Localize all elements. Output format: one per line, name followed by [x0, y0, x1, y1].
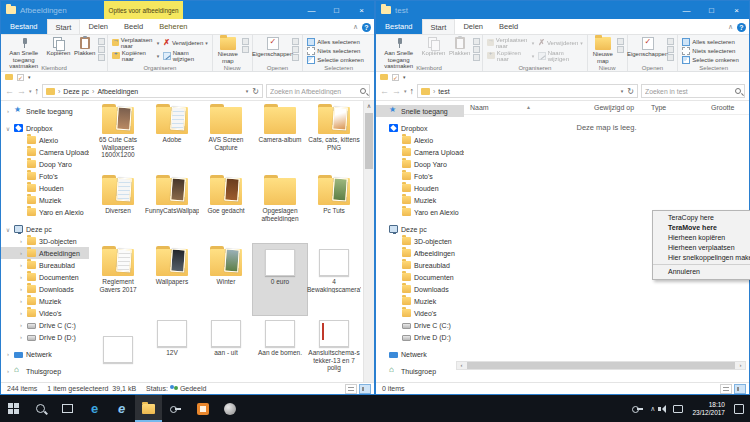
context-menu-item[interactable]: TeraMove here	[653, 223, 750, 233]
context-menu-item[interactable]: Hierheen kopiëren	[653, 233, 750, 243]
key-app-taskbar-icon[interactable]	[162, 395, 189, 422]
expand-arrow-icon[interactable]: ∨	[5, 125, 11, 132]
expand-arrow-icon[interactable]: ∨	[5, 226, 11, 233]
show-hidden-icons-chevron[interactable]: ∧	[650, 405, 655, 413]
taskbar-search-button[interactable]	[27, 395, 54, 422]
file-item[interactable]: Pc Tuts	[307, 173, 361, 244]
file-item[interactable]: FunnyCatsWallpapers	[145, 173, 199, 244]
file-item[interactable]: Diversen	[91, 173, 145, 244]
new-item-icon[interactable]	[617, 46, 624, 53]
history-icon[interactable]	[292, 54, 299, 61]
sidebar-item[interactable]: Camera Uploads	[376, 146, 464, 158]
file-item[interactable]: Aansluitschema-s tekker-13 en 7 polig	[307, 315, 361, 386]
sidebar-item[interactable]: Snelle toegang	[376, 105, 464, 117]
close-button[interactable]: ×	[349, 1, 374, 19]
qat-folder-icon[interactable]	[380, 74, 388, 80]
back-button[interactable]: ←	[5, 87, 14, 96]
list-view-button[interactable]	[720, 384, 732, 394]
tab-file[interactable]: Bestand	[1, 19, 47, 34]
scroll-right-icon[interactable]: ›	[736, 361, 745, 370]
expand-arrow-icon[interactable]: ›	[18, 286, 24, 292]
select-all-button[interactable]: Alles selecteren	[305, 37, 361, 46]
address-dropdown-icon[interactable]: ▾	[621, 88, 624, 94]
expand-arrow-icon[interactable]: ›	[18, 298, 24, 304]
search-input[interactable]: Zoeken in test	[641, 84, 745, 98]
new-folder-button[interactable]: Nieuwe map	[215, 36, 241, 65]
file-item[interactable]: Aan de bomen.	[253, 315, 307, 386]
network-icon[interactable]	[673, 405, 683, 413]
sidebar-item[interactable]: Houden	[376, 182, 464, 194]
qat-properties-icon[interactable]	[392, 74, 399, 81]
cut-icon[interactable]	[98, 38, 105, 45]
sidebar-item[interactable]: Foto's	[1, 170, 89, 182]
expand-arrow-icon[interactable]: ›	[18, 262, 24, 268]
history-icon[interactable]	[667, 54, 674, 61]
sidebar-item[interactable]: Houden	[1, 182, 89, 194]
expand-arrow-icon[interactable]: ›	[5, 108, 11, 114]
sidebar-item[interactable]: › Drive D (D:)	[1, 331, 89, 343]
file-item[interactable]: 0 euro	[253, 244, 307, 315]
scrollbar-thumb[interactable]	[365, 113, 373, 169]
context-menu-item[interactable]: TeraCopy here	[653, 213, 750, 223]
sidebar-item[interactable]: Yaro en Alexio	[1, 206, 89, 218]
list-view-button[interactable]	[345, 384, 357, 394]
column-header-size[interactable]: Grootte	[711, 104, 734, 111]
sidebar-item[interactable]: Afbeeldingen	[376, 247, 464, 259]
sidebar-item[interactable]: ∨ Deze pc	[1, 223, 89, 235]
copy-path-icon[interactable]	[98, 46, 105, 53]
file-explorer-taskbar-icon[interactable]	[135, 395, 162, 422]
sidebar-item[interactable]: Deze pc	[376, 223, 464, 235]
column-header-date[interactable]: Gewijzigd op	[594, 104, 634, 111]
sidebar-item[interactable]: › Bureaublad	[1, 259, 89, 271]
expand-arrow-icon[interactable]: ›	[18, 274, 24, 280]
up-button[interactable]: ↑	[410, 87, 415, 96]
title-bar[interactable]: Afbeeldingen Opties voor afbeeldingen — …	[1, 1, 374, 19]
address-dropdown-icon[interactable]: ▾	[246, 88, 249, 94]
forward-button[interactable]: →	[17, 87, 26, 96]
minimize-button[interactable]: —	[674, 1, 699, 19]
context-menu-item[interactable]: Hierheen verplaatsen	[653, 243, 750, 253]
sidebar-item[interactable]: › Snelle toegang	[1, 105, 89, 117]
help-icon[interactable]: ?	[737, 23, 746, 32]
sidebar-item[interactable]: Doop Yaro	[376, 158, 464, 170]
sidebar-item[interactable]: Muziek	[1, 194, 89, 206]
rename-button[interactable]: Naam wijzigen	[161, 49, 210, 62]
sidebar-item[interactable]: Muziek	[376, 295, 464, 307]
recent-locations-icon[interactable]: ▾	[404, 88, 407, 94]
qat-properties-icon[interactable]	[17, 74, 24, 81]
refresh-icon[interactable]: ↻	[627, 87, 634, 96]
edge-taskbar-icon[interactable]: e	[81, 395, 108, 422]
forward-button[interactable]: →	[392, 87, 401, 96]
tab-start[interactable]: Start	[47, 19, 81, 34]
file-item[interactable]: Wallpapers	[145, 244, 199, 315]
copy-to-button[interactable]: Kopiëren naar ▾	[110, 49, 161, 62]
sidebar-item[interactable]: Foto's	[376, 170, 464, 182]
sidebar-item[interactable]: Drive C (C:)	[376, 319, 464, 331]
invert-selection-button[interactable]: Selectie omkeren	[305, 55, 365, 64]
breadcrumb-item[interactable]: test	[438, 88, 449, 95]
expand-arrow-icon[interactable]: ›	[18, 250, 24, 256]
taskbar-clock[interactable]: 18:10 23/12/2017	[690, 401, 727, 416]
tab-view[interactable]: Beeld	[116, 19, 151, 34]
sidebar-item[interactable]: Alexio	[1, 134, 89, 146]
file-item[interactable]: Opgeslagen afbeeldingen	[253, 173, 307, 244]
sidebar-item[interactable]: › Drive C (C:)	[1, 319, 89, 331]
copy-button[interactable]: Kopiëren	[44, 36, 72, 58]
file-item[interactable]: Adobe	[145, 102, 199, 173]
up-button[interactable]: ↑	[35, 87, 40, 96]
file-item[interactable]: Winter	[199, 244, 253, 315]
move-to-button[interactable]: Verplaatsen naar ▾	[110, 36, 161, 49]
sidebar-item[interactable]: › Netwerk	[1, 348, 89, 360]
qat-customize-icon[interactable]: ▾	[28, 74, 31, 80]
tab-view[interactable]: Beeld	[491, 19, 526, 34]
start-button[interactable]	[0, 395, 27, 422]
sidebar-item[interactable]: › Downloads	[1, 283, 89, 295]
expand-arrow-icon[interactable]: ›	[18, 238, 24, 244]
minimize-button[interactable]: —	[299, 1, 324, 19]
file-item[interactable]: Goe gedacht	[199, 173, 253, 244]
sidebar-item[interactable]: Documenten	[376, 271, 464, 283]
qat-folder-icon[interactable]	[5, 74, 13, 80]
round-app-taskbar-icon[interactable]	[216, 395, 243, 422]
select-none-button[interactable]: Niets selecteren	[305, 46, 362, 55]
sidebar-item[interactable]: 3D-objecten	[376, 235, 464, 247]
